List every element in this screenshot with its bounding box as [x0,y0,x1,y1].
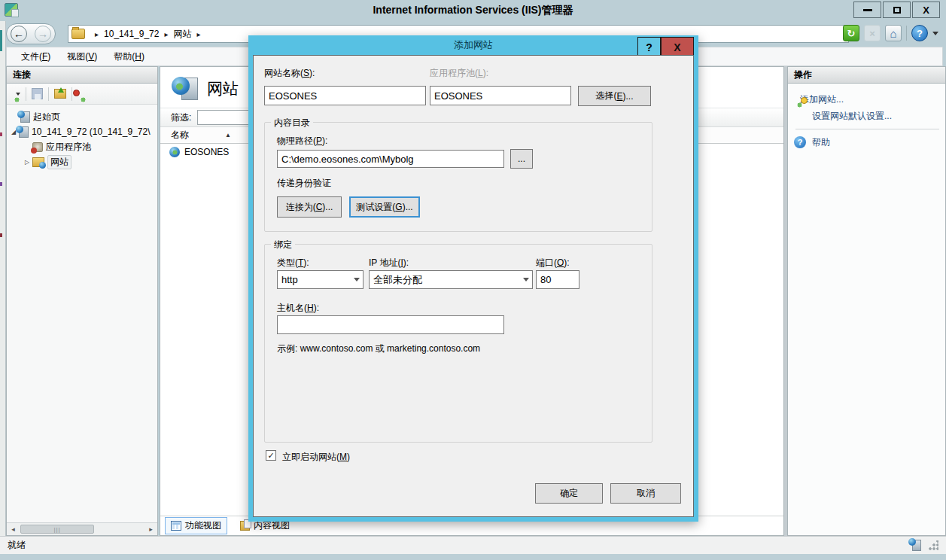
horizontal-scrollbar[interactable]: ◂ ||| ▸ [7,522,157,535]
action-link-label: 设置网站默认设置... [812,110,892,123]
port-label: 端口(O): [536,257,570,269]
tree-item-label: 起始页 [33,111,60,123]
tree-item-server[interactable]: ◢ 10_141_9_72 (10_141_9_72\ [8,124,156,139]
type-label: 类型(T): [277,257,309,269]
divider [26,87,26,101]
stop-button[interactable]: × [864,25,881,41]
title-bar: Internet Information Services (IIS)管理器 x [0,0,946,21]
actions-panel: 操作 添加网站... 设置网站默认设置... ? 帮助 [787,66,946,536]
help-icon: ? [917,28,923,39]
site-name-label: 网站名称(S): [264,67,315,80]
dialog-body: 网站名称(S): 应用程序池(L): 选择(E)... 内容目录 物理路径(P)… [253,55,694,517]
home-button[interactable]: ⌂ [885,25,902,41]
minimize-button[interactable] [853,2,881,18]
dialog-help-button[interactable]: ? [637,37,661,57]
start-website-label: 立即启动网站(M) [282,451,350,464]
help-dropdown-icon[interactable] [932,32,938,35]
chevron-down-icon [354,278,360,282]
type-dropdown-button[interactable] [350,271,363,288]
scrollbar-thumb[interactable]: ||| [20,525,94,534]
refresh-button[interactable]: ↻ [843,25,859,41]
start-website-checkbox[interactable]: ✓ [266,450,276,461]
binding-group: 绑定 类型(T): IP 地址(I): 端口(O): http 全部未分配 主机… [264,244,652,443]
background-window-edge [0,21,6,554]
site-name-input[interactable] [264,86,426,105]
action-link-label: 帮助 [812,136,830,149]
host-example-text: 示例: www.contoso.com 或 marketing.contoso.… [277,342,480,355]
status-text: 就绪 [8,539,26,552]
edge-mark [0,182,2,186]
help-button[interactable]: ? [911,25,928,41]
breadcrumb-separator-icon: ▸ [164,30,168,38]
ip-dropdown-button[interactable] [519,271,532,288]
add-star-badge [801,97,808,104]
maximize-button[interactable] [883,2,911,18]
ip-address-select[interactable]: 全部未分配 [369,270,533,289]
action-add-website[interactable]: 添加网站... [794,91,939,108]
dialog-close-button[interactable]: x [661,37,694,57]
help-circle-icon: ? [794,136,806,148]
expander-closed-icon[interactable]: ▷ [22,159,32,166]
back-button[interactable]: ← [11,26,27,42]
back-icon: ← [14,28,24,40]
connect-dropdown-icon[interactable] [16,93,20,96]
content-view-icon [240,521,250,531]
tree-item-start-page[interactable]: 起始页 [8,109,156,124]
tree-item-sites[interactable]: ▷ 网站 [8,154,156,169]
app-icon [5,3,18,17]
browse-button[interactable]: ... [510,149,533,169]
save-connections-icon[interactable] [32,88,43,99]
test-settings-button[interactable]: 测试设置(G)... [349,196,420,218]
tab-features-view[interactable]: 功能视图 [165,517,227,534]
divider [795,129,939,129]
type-select[interactable]: http [277,270,363,289]
check-icon: ✓ [267,451,274,461]
tree-item-app-pools[interactable]: 应用程序池 [8,139,156,154]
features-view-icon [171,521,181,531]
nav-buttons: ← → [6,23,56,44]
chevron-down-icon [523,278,529,282]
ip-address-label: IP 地址(I): [369,257,409,269]
home-icon: ⌂ [890,27,896,40]
select-app-pool-button[interactable]: 选择(E)... [578,86,651,106]
status-bar: 就绪 [0,536,946,554]
action-set-site-defaults[interactable]: 设置网站默认设置... [794,108,939,124]
up-level-icon[interactable] [54,89,66,99]
minimize-icon [863,9,872,11]
forward-icon: → [38,28,48,40]
ok-button[interactable]: 确定 [535,483,603,504]
app-pool-input[interactable] [430,86,571,105]
app-pools-icon [32,142,43,152]
breadcrumb-item-sites[interactable]: 网站 [173,28,191,41]
divider [906,26,907,41]
tab-label: 功能视图 [185,519,221,532]
close-button[interactable]: x [912,2,940,18]
resize-grip-icon[interactable] [929,540,938,550]
host-name-input[interactable] [277,315,504,334]
physical-path-input[interactable] [277,150,504,168]
binding-group-label: 绑定 [271,239,295,251]
connect-as-button[interactable]: 连接为(C)... [277,196,342,218]
cancel-button[interactable]: 取消 [610,483,681,504]
connections-header: 连接 [7,67,157,84]
port-input[interactable] [536,270,579,289]
breadcrumb-separator-icon: ▸ [95,30,99,38]
action-help[interactable]: ? 帮助 [794,134,939,151]
scroll-left-button[interactable]: ◂ [7,523,20,535]
menu-file[interactable]: 文件(F) [14,48,57,65]
breadcrumb-separator-icon: ▸ [196,30,200,38]
breadcrumb-item-server[interactable]: 10_141_9_72 [104,29,159,39]
connections-tree: 起始页 ◢ 10_141_9_72 (10_141_9_72\ 应用程序池 ▷ … [7,105,157,174]
status-server-icon [912,540,921,551]
divider [71,87,72,101]
forward-button[interactable]: → [35,26,51,42]
scroll-right-button[interactable]: ▸ [144,523,157,535]
column-label: 名称 [171,129,189,142]
menu-view[interactable]: 视图(V) [60,48,104,65]
server-icon [19,126,29,138]
menu-help[interactable]: 帮助(H) [107,48,151,65]
close-icon: x [923,5,929,16]
dialog-help-icon: ? [646,41,652,53]
edge-mark [0,30,2,51]
stop-icon: × [869,28,875,39]
